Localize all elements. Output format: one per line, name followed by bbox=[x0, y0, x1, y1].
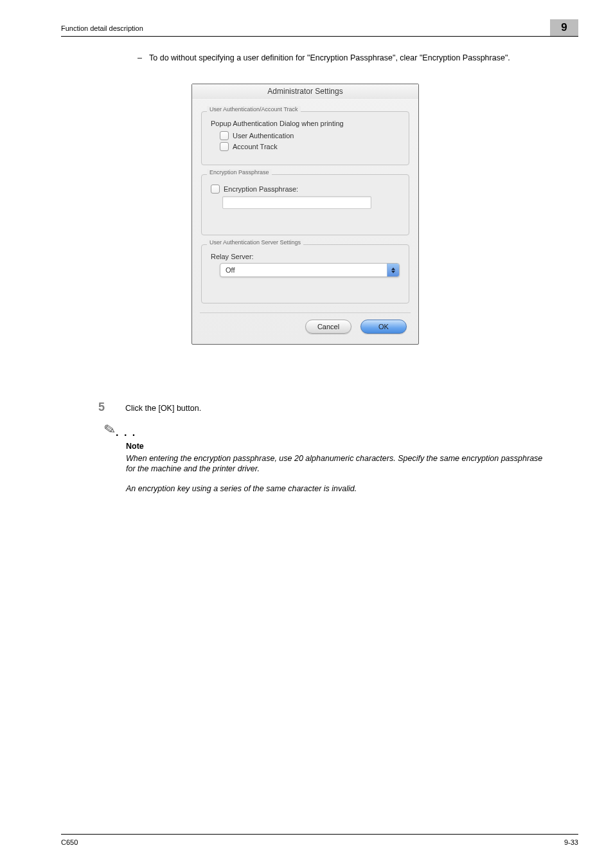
footer-model: C650 bbox=[61, 838, 78, 846]
cancel-button-label: Cancel bbox=[317, 323, 339, 330]
encryption-passphrase-input[interactable] bbox=[222, 196, 371, 209]
auth-server-legend: User Authentication Server Settings bbox=[207, 239, 303, 246]
account-track-checkbox[interactable] bbox=[220, 142, 229, 151]
note-pencil-icon: ✎ bbox=[103, 420, 118, 440]
relay-server-select[interactable]: Off bbox=[220, 263, 400, 277]
encryption-legend: Encryption Passphrase bbox=[207, 169, 272, 176]
user-auth-label: User Authentication bbox=[233, 132, 294, 140]
auth-server-group: User Authentication Server Settings Rela… bbox=[201, 244, 409, 303]
relay-server-label: Relay Server: bbox=[211, 253, 400, 260]
select-stepper-icon bbox=[387, 264, 399, 276]
dialog-title: Administrator Settings bbox=[192, 84, 418, 100]
cancel-button[interactable]: Cancel bbox=[305, 320, 351, 334]
dash-marker: – bbox=[138, 53, 149, 64]
footer-rule bbox=[61, 834, 578, 835]
encryption-group: Encryption Passphrase Encryption Passphr… bbox=[201, 174, 409, 235]
auth-account-group: User Authentication/Account Track Popup … bbox=[201, 111, 409, 165]
encryption-passphrase-row: Encryption Passphrase: bbox=[211, 185, 400, 194]
note-body-2: An encryption key using a series of the … bbox=[126, 484, 552, 494]
footer-page-number: 9-33 bbox=[564, 838, 578, 846]
account-track-label: Account Track bbox=[233, 143, 278, 150]
step-5-number: 5 bbox=[98, 401, 105, 414]
running-head: Function detail description bbox=[61, 24, 143, 32]
note-title: Note bbox=[126, 441, 552, 452]
admin-settings-dialog: Administrator Settings User Authenticati… bbox=[191, 84, 419, 345]
encryption-passphrase-checkbox[interactable] bbox=[211, 185, 220, 194]
note-block: ✎. . . Note When entering the encryption… bbox=[104, 420, 552, 494]
popup-auth-header: Popup Authentication Dialog when printin… bbox=[211, 120, 400, 127]
user-auth-row: User Authentication bbox=[220, 131, 400, 140]
account-track-row: Account Track bbox=[220, 142, 400, 151]
chapter-badge: 9 bbox=[550, 19, 578, 36]
step-5-text: Click the [OK] button. bbox=[125, 404, 201, 413]
user-auth-checkbox[interactable] bbox=[220, 131, 229, 140]
intro-bullet: –To do without specifying a user definit… bbox=[138, 53, 552, 64]
dialog-body: User Authentication/Account Track Popup … bbox=[192, 100, 418, 344]
ok-button-label: OK bbox=[378, 323, 389, 330]
note-body-1: When entering the encryption passphrase,… bbox=[126, 453, 552, 475]
dialog-separator bbox=[200, 312, 411, 313]
encryption-passphrase-label: Encryption Passphrase: bbox=[224, 185, 298, 193]
page: Function detail description 9 –To do wit… bbox=[0, 0, 613, 868]
note-dots-icon: . . . bbox=[116, 427, 136, 438]
header-rule bbox=[61, 36, 578, 37]
auth-account-legend: User Authentication/Account Track bbox=[207, 106, 301, 113]
dialog-button-row: Cancel OK bbox=[200, 320, 411, 336]
intro-bullet-text: To do without specifying a user definiti… bbox=[149, 53, 510, 62]
ok-button[interactable]: OK bbox=[360, 320, 407, 334]
relay-server-value: Off bbox=[220, 264, 387, 276]
